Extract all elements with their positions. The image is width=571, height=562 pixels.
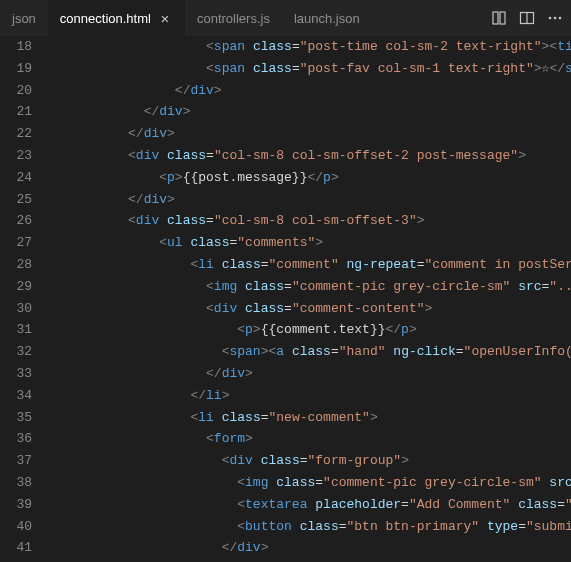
svg-point-6 [559, 17, 562, 20]
svg-point-4 [549, 17, 552, 20]
code-line[interactable]: </li> [50, 385, 571, 407]
code-line[interactable]: <img class="comment-pic grey-circle-sm" … [50, 276, 571, 298]
line-number: 32 [0, 341, 32, 363]
code-line[interactable]: </div> [50, 123, 571, 145]
code-line[interactable]: <textarea placeholder="Add Comment" clas… [50, 494, 571, 516]
line-number-gutter: 1819202122232425262728293031323334353637… [0, 36, 50, 562]
code-line[interactable]: <div class="form-group"> [50, 450, 571, 472]
svg-rect-1 [500, 12, 505, 24]
line-number: 35 [0, 407, 32, 429]
code-line[interactable]: <div class="col-sm-8 col-sm-offset-2 pos… [50, 145, 571, 167]
tab-connection-html[interactable]: connection.html × [48, 0, 185, 36]
line-number: 29 [0, 276, 32, 298]
line-number: 21 [0, 101, 32, 123]
line-number: 39 [0, 494, 32, 516]
editor-controls [491, 10, 571, 26]
code-line[interactable]: <img class="comment-pic grey-circle-sm" … [50, 472, 571, 494]
line-number: 23 [0, 145, 32, 167]
more-icon[interactable] [547, 10, 563, 26]
line-number: 24 [0, 167, 32, 189]
line-number: 27 [0, 232, 32, 254]
code-line[interactable]: <button class="btn btn-primary" type="su… [50, 516, 571, 538]
line-number: 30 [0, 298, 32, 320]
line-number: 40 [0, 516, 32, 538]
code-line[interactable]: <p>{{comment.text}}</p> [50, 319, 571, 341]
line-number: 25 [0, 189, 32, 211]
line-number: 38 [0, 472, 32, 494]
code-line[interactable]: <div class="col-sm-8 col-sm-offset-3"> [50, 210, 571, 232]
line-number: 37 [0, 450, 32, 472]
code-line[interactable]: <li class="comment" ng-repeat="comment i… [50, 254, 571, 276]
line-number: 34 [0, 385, 32, 407]
line-number: 18 [0, 36, 32, 58]
svg-point-5 [554, 17, 557, 20]
svg-rect-0 [493, 12, 498, 24]
code-line[interactable]: </div> [50, 537, 571, 559]
code-editor[interactable]: 1819202122232425262728293031323334353637… [0, 36, 571, 562]
line-number: 33 [0, 363, 32, 385]
code-line[interactable]: <span class="post-time col-sm-2 text-rig… [50, 36, 571, 58]
code-line[interactable]: </div> [50, 189, 571, 211]
code-line[interactable]: <div class="comment-content"> [50, 298, 571, 320]
code-line[interactable]: <span><a class="hand" ng-click="openUser… [50, 341, 571, 363]
code-line[interactable]: <form> [50, 428, 571, 450]
code-line[interactable]: <span class="post-fav col-sm-1 text-righ… [50, 58, 571, 80]
line-number: 28 [0, 254, 32, 276]
close-icon[interactable]: × [157, 10, 173, 26]
line-number: 19 [0, 58, 32, 80]
code-line[interactable]: <ul class="comments"> [50, 232, 571, 254]
tab-launch-json[interactable]: launch.json [282, 0, 372, 36]
line-number: 22 [0, 123, 32, 145]
code-line[interactable]: </div> [50, 80, 571, 102]
split-editor-icon[interactable] [519, 10, 535, 26]
code-line[interactable]: </div> [50, 363, 571, 385]
code-area[interactable]: <span class="post-time col-sm-2 text-rig… [50, 36, 571, 562]
code-line[interactable]: <p>{{post.message}}</p> [50, 167, 571, 189]
tab-controllers-js[interactable]: controllers.js [185, 0, 282, 36]
line-number: 31 [0, 319, 32, 341]
tab-bar: json connection.html × controllers.js la… [0, 0, 571, 36]
line-number: 36 [0, 428, 32, 450]
tab-json[interactable]: json [0, 0, 48, 36]
line-number: 41 [0, 537, 32, 559]
compare-icon[interactable] [491, 10, 507, 26]
line-number: 20 [0, 80, 32, 102]
code-line[interactable]: <li class="new-comment"> [50, 407, 571, 429]
code-line[interactable]: </div> [50, 101, 571, 123]
line-number: 26 [0, 210, 32, 232]
